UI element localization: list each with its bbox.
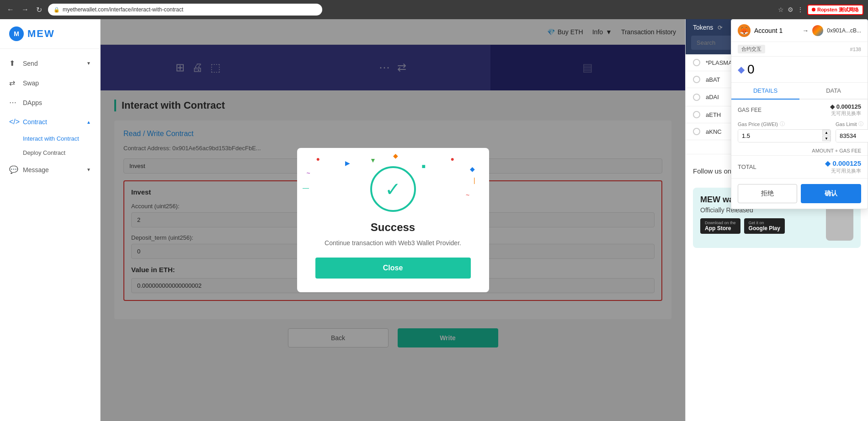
mm-gas-fee-sub: 无可用兑换率 [830,110,861,117]
mm-gas-price-group: Gas Price (GWEI) ⓘ ▲ ▼ [738,121,831,142]
extensions-icon[interactable]: ⚙ [788,6,793,13]
sidebar-sub-deploy-label: Deploy Contract [23,149,65,156]
mm-total-sub: 无可用兑换率 [825,168,861,174]
sidebar-item-dapps-label: DApps [23,99,42,106]
mm-gas-price-stepper: ▲ ▼ [822,130,831,142]
confetti-5: ● [451,155,454,163]
mm-gas-limit-input[interactable] [836,130,868,142]
confetti-10: ~ [466,191,469,199]
chevron-down-icon: ▼ [86,61,91,66]
tokens-refresh-icon[interactable]: ⟳ [718,24,723,31]
url-text: myetherwallet.com/interface/interact-wit… [63,6,183,13]
token-abat-name: aBAT [706,76,720,83]
mm-tab-data[interactable]: DATA [799,83,868,99]
modal-overlay: ● ▶ ◆ ■ ● ~ ◆ | — ~ ▼ ✓ Success Continue… [101,19,685,421]
mm-balance-value: 0 [747,62,755,77]
mm-account-name: Account 1 [754,27,799,34]
store-buttons: Download on the App Store Get it on Goog… [700,218,820,234]
mm-gas-fee-values: ◆ 0.000125 无可用兑换率 [830,103,861,117]
confetti-3: ◆ [393,152,398,159]
sidebar-item-contract[interactable]: </> Contract ▲ [0,112,100,132]
mm-total-row: TOTAL ◆ 0.000125 无可用兑换率 [731,155,868,178]
google-play-sub: Get it on [749,221,780,225]
logo-text: MEW [27,28,55,40]
address-bar[interactable]: 🔒 myetherwallet.com/interface/interact-w… [48,4,322,16]
mm-tags-row: 合约交互 #138 [731,42,868,57]
mm-amount-gas-fee-label: AMOUNT + GAS FEE [731,146,868,155]
dapps-icon: ⋯ [9,98,18,107]
ropsten-dot [812,8,815,11]
token-adai-name: aDAI [706,94,719,100]
sidebar-sub-deploy-contract[interactable]: Deploy Contract [0,146,100,160]
sidebar-sub-interact-label: Interact with Contract [23,135,79,142]
token-abat-radio[interactable] [693,76,700,83]
mm-gas-price-down[interactable]: ▼ [822,136,831,141]
modal-subtitle: Continue transaction with Web3 Wallet Pr… [315,239,471,247]
sidebar-item-contract-label: Contract [23,118,47,126]
sidebar: M MEW ⬆ Send ▼ ⇄ Swap ⋯ DApps </> Contra… [0,19,101,421]
tokens-title: Tokens [693,24,713,31]
sidebar-item-swap-label: Swap [23,79,39,87]
google-play-name: Google Play [749,225,780,232]
token-plasma-radio[interactable] [693,59,700,66]
token-aeth-name: aETH [706,111,721,118]
browser-actions: ☆ ⚙ ⋮ Ropsten 测试网络 [778,5,863,15]
close-modal-button[interactable]: Close [315,258,471,279]
success-check-icon: ✓ [385,178,401,200]
token-aeth-radio[interactable] [693,111,700,118]
star-icon[interactable]: ☆ [778,6,784,13]
mm-reject-button[interactable]: 拒绝 [738,184,797,203]
mm-arrow-icon: → [802,27,809,34]
mm-actions: 拒绝 确认 [731,178,868,209]
mm-total-label: TOTAL [738,163,756,170]
main-content: 💎 Buy ETH Info ▼ Transaction History ⊞ 🖨… [101,19,685,421]
mm-confirm-button[interactable]: 确认 [801,184,861,203]
confetti-1: ● [316,155,320,163]
sidebar-nav: ⬆ Send ▼ ⇄ Swap ⋯ DApps </> Contract ▲ I… [0,49,100,421]
back-nav-button[interactable]: ← [5,5,16,15]
mm-gas-price-up[interactable]: ▲ [822,130,831,135]
message-icon: 💬 [9,165,18,174]
forward-nav-button[interactable]: → [19,5,31,15]
message-chevron-icon: ▼ [86,167,91,172]
app-store-button[interactable]: Download on the App Store [700,218,740,234]
mm-gas-price-label: Gas Price (GWEI) ⓘ [738,121,831,127]
app-store-name: App Store [705,225,736,232]
mm-gas-fee-label: GAS FEE [738,107,761,113]
sidebar-item-swap[interactable]: ⇄ Swap [0,73,100,93]
mm-gas-limit-label-text: Gas Limit [836,121,857,127]
mm-header: 🦊 Account 1 → 0x901A...cB... [731,20,868,42]
mm-balance-row: ◆ 0 [731,57,868,83]
mm-gas-limit-input-row: ▲ ▼ [836,129,868,142]
mm-address-icon [812,25,823,36]
token-aknc-radio[interactable] [693,128,700,135]
contract-chevron-icon: ▲ [86,120,91,125]
sidebar-item-send[interactable]: ⬆ Send ▼ [0,53,100,73]
mm-total-values: ◆ 0.000125 无可用兑换率 [825,159,861,174]
send-icon: ⬆ [9,59,18,68]
mm-gas-price-input-row: ▲ ▼ [738,129,831,142]
menu-icon[interactable]: ⋮ [797,6,804,13]
swap-icon: ⇄ [9,79,18,87]
sidebar-sub-interact-contract[interactable]: Interact with Contract [0,132,100,146]
token-plasma-name: *PLASMA [706,59,732,66]
sidebar-item-dapps[interactable]: ⋯ DApps [0,93,100,112]
mm-gas-inputs: Gas Price (GWEI) ⓘ ▲ ▼ Gas Limit ⓘ [731,121,868,146]
mm-gas-price-input[interactable] [738,130,822,142]
reload-nav-button[interactable]: ↻ [34,5,44,15]
mm-total-value: ◆ 0.000125 [825,159,861,168]
eth-diamond-icon: ◆ [738,64,745,75]
confetti-8: | [474,177,475,184]
sidebar-item-message[interactable]: 💬 Message ▼ [0,160,100,179]
app-store-sub: Download on the [705,221,736,225]
mm-gas-limit-label: Gas Limit ⓘ [836,121,868,127]
mm-address-text: 0x901A...cB... [827,27,861,34]
mm-gas-fee-value: ◆ 0.000125 [830,103,861,110]
browser-chrome: ← → ↻ 🔒 myetherwallet.com/interface/inte… [0,0,868,19]
google-play-button[interactable]: Get it on Google Play [744,218,785,234]
token-aknc-name: aKNC [706,128,722,135]
metamask-popup: 🦊 Account 1 → 0x901A...cB... 合约交互 #138 ◆… [731,19,868,209]
app-container: M MEW ⬆ Send ▼ ⇄ Swap ⋯ DApps </> Contra… [0,19,868,421]
mm-tab-details[interactable]: DETAILS [731,83,799,100]
token-adai-radio[interactable] [693,94,700,101]
